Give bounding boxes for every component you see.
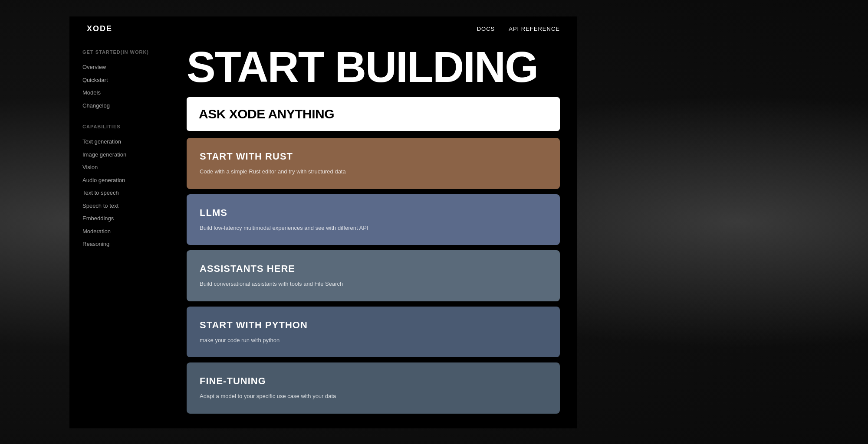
- sidebar-item-models[interactable]: Models: [82, 86, 174, 99]
- sidebar-item-audio-generation[interactable]: Audio generation: [82, 174, 174, 187]
- card-rust[interactable]: START WITH RUST Code with a simple Rust …: [187, 138, 560, 189]
- card-llms-title: LLMS: [200, 207, 547, 219]
- sidebar: GET STARTED(IN WORK) Overview Quickstart…: [69, 41, 174, 428]
- card-finetuning-title: FINE-TUNING: [200, 375, 547, 387]
- sidebar-item-overview[interactable]: Overview: [82, 61, 174, 74]
- sidebar-item-text-to-speech[interactable]: Text to speech: [82, 186, 174, 199]
- card-rust-title: START WITH RUST: [200, 151, 547, 162]
- card-assistants-title: ASSISTANTS HERE: [200, 263, 547, 274]
- hero-title: START BUILDING: [187, 41, 560, 88]
- sidebar-group-get-started: GET STARTED(IN WORK) Overview Quickstart…: [82, 49, 174, 112]
- card-finetuning-desc: Adapt a model to your specific use case …: [200, 392, 547, 401]
- app-container: XODE DOCS API REFERENCE GET STARTED(IN W…: [69, 16, 577, 428]
- card-assistants-desc: Build conversational assistants with too…: [200, 280, 547, 288]
- card-python-desc: make your code run with python: [200, 336, 547, 345]
- nav-link-docs[interactable]: DOCS: [477, 26, 495, 32]
- sidebar-item-vision[interactable]: Vision: [82, 161, 174, 174]
- sidebar-section-title-get-started: GET STARTED(IN WORK): [82, 49, 174, 55]
- sidebar-item-image-generation[interactable]: Image generation: [82, 148, 174, 161]
- sidebar-group-capabilities: CAPABILITIES Text generation Image gener…: [82, 124, 174, 251]
- nav-links: DOCS API REFERENCE: [477, 26, 560, 32]
- sidebar-item-changelog[interactable]: Changelog: [82, 99, 174, 112]
- sidebar-item-embeddings[interactable]: Embeddings: [82, 212, 174, 225]
- sidebar-item-moderation[interactable]: Moderation: [82, 225, 174, 238]
- card-llms[interactable]: LLMS Build low-latency multimodal experi…: [187, 194, 560, 245]
- card-rust-desc: Code with a simple Rust editor and try w…: [200, 167, 547, 176]
- sidebar-section-title-capabilities: CAPABILITIES: [82, 124, 174, 129]
- sidebar-item-speech-to-text[interactable]: Speech to text: [82, 199, 174, 212]
- sidebar-item-quickstart[interactable]: Quickstart: [82, 74, 174, 87]
- top-nav: XODE DOCS API REFERENCE: [69, 16, 577, 41]
- card-assistants[interactable]: ASSISTANTS HERE Build conversational ass…: [187, 250, 560, 301]
- card-llms-desc: Build low-latency multimodal experiences…: [200, 224, 547, 232]
- card-finetuning[interactable]: FINE-TUNING Adapt a model to your specif…: [187, 362, 560, 414]
- nav-logo: XODE: [87, 24, 112, 33]
- search-bar[interactable]: ASK XODE ANYTHING: [187, 97, 560, 131]
- nav-link-api-reference[interactable]: API REFERENCE: [509, 26, 560, 32]
- card-python[interactable]: START WITH PYTHON make your code run wit…: [187, 307, 560, 358]
- content-area: START BUILDING ASK XODE ANYTHING START W…: [174, 41, 577, 428]
- sidebar-item-text-generation[interactable]: Text generation: [82, 135, 174, 148]
- search-bar-text: ASK XODE ANYTHING: [199, 107, 334, 121]
- sidebar-item-reasoning[interactable]: Reasoning: [82, 238, 174, 251]
- main-content: GET STARTED(IN WORK) Overview Quickstart…: [69, 41, 577, 428]
- card-python-title: START WITH PYTHON: [200, 320, 547, 331]
